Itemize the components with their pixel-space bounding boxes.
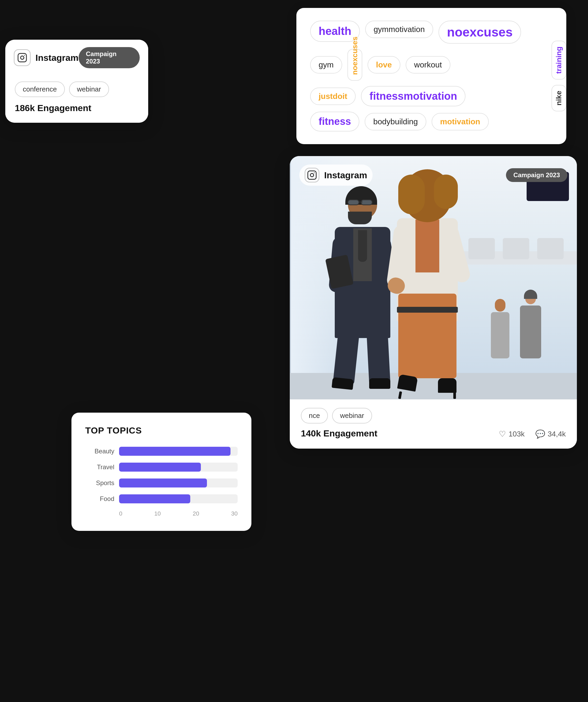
top-topics-card: TOP TOPICS Beauty Travel Sports Food [72, 413, 252, 531]
hashtag-gym[interactable]: gym [310, 56, 342, 74]
bg-person-1 [519, 291, 543, 376]
insta-title-left: Instagram [35, 52, 79, 63]
bar-label-travel: Travel [85, 463, 114, 471]
bar-label-food: Food [85, 495, 114, 502]
bg-person-2 [490, 299, 511, 373]
footer-left: nce webinar 140k Engagement [301, 408, 377, 439]
bar-track-beauty [119, 447, 237, 456]
likes-count: 103k [509, 430, 525, 438]
hashtag-nike-vertical[interactable]: nike [552, 85, 566, 111]
bar-fill-beauty [119, 447, 230, 456]
svg-rect-3 [308, 171, 316, 179]
hashtag-noexcuses[interactable]: noexcuses [438, 21, 521, 44]
instagram-card-left: Instagram Campaign 2023 [5, 40, 148, 123]
bar-track-food [119, 494, 237, 503]
instagram-icon-right [305, 168, 319, 183]
tag-webinar-right[interactable]: webinar [332, 408, 372, 424]
axis-30: 30 [231, 510, 237, 517]
bar-row-sports: Sports [85, 478, 237, 487]
insta-logo-left: Instagram [14, 49, 79, 66]
likes-stat: ♡ 103k [499, 429, 525, 439]
svg-point-5 [314, 172, 315, 173]
hashtag-justdoit[interactable]: love [368, 56, 400, 74]
tag-webinar-left[interactable]: webinar [69, 82, 109, 97]
insta-footer-right: nce webinar 140k Engagement ♡ 103k 💬 34,… [290, 399, 577, 449]
comment-icon: 💬 [535, 429, 545, 439]
hashtag-gymmotivation[interactable]: gymmotivation [365, 21, 433, 38]
walking-man [332, 188, 393, 383]
svg-point-2 [24, 55, 25, 56]
hashtag-love[interactable]: workout [406, 56, 451, 74]
campaign-badge-left: Campaign 2023 [79, 47, 140, 68]
tag-row-right: nce webinar [301, 408, 377, 424]
instagram-card-right: Instagram Campaign 2023 nce webinar 140k… [290, 156, 577, 449]
hashtag-cloud-card: health gymmotivation noexcuses training … [296, 8, 566, 144]
walking-woman [393, 177, 462, 389]
campaign-badge-right: Campaign 2023 [506, 168, 567, 182]
bar-track-sports [119, 478, 237, 487]
hashtag-noexcuses-vertical[interactable]: noexcuses [348, 49, 362, 81]
bar-row-beauty: Beauty [85, 447, 237, 456]
chart-title: TOP TOPICS [85, 425, 237, 436]
axis-0: 0 [119, 510, 122, 517]
comments-stat: 💬 34,4k [535, 429, 566, 439]
chart-axis: 0 10 20 30 [85, 510, 237, 517]
insta-logo-right: Instagram [299, 164, 373, 186]
hashtag-fitness-vertical[interactable]: training [552, 41, 566, 80]
hashtag-motivation[interactable]: motivation [431, 113, 489, 130]
insta-header-left: Instagram Campaign 2023 [5, 40, 148, 74]
insta-footer-left: conference webinar 186k Engagement [5, 74, 148, 123]
bar-track-travel [119, 463, 237, 472]
hashtag-workout[interactable]: justdoit [310, 88, 356, 105]
engagement-left: 186k Engagement [15, 103, 139, 113]
insta-header-right: Instagram Campaign 2023 [290, 156, 577, 194]
stats-row-right: ♡ 103k 💬 34,4k [499, 429, 566, 439]
bar-label-beauty: Beauty [85, 448, 114, 455]
hashtag-bodybuilding[interactable]: bodybuilding [365, 113, 426, 130]
bar-fill-food [119, 494, 190, 503]
bar-fill-travel [119, 463, 201, 472]
hashtag-fitnessmotivation[interactable]: fitnessmotivation [361, 86, 466, 106]
svg-point-1 [21, 56, 24, 60]
svg-rect-0 [18, 53, 26, 62]
tag-row-left: conference webinar [15, 82, 139, 97]
svg-point-4 [310, 173, 314, 177]
axis-20: 20 [193, 510, 199, 517]
bar-row-travel: Travel [85, 463, 237, 472]
bar-chart: Beauty Travel Sports Food [85, 447, 237, 503]
tag-nce[interactable]: nce [301, 408, 328, 424]
tag-conference[interactable]: conference [15, 82, 65, 97]
hashtag-training[interactable]: fitness [310, 112, 359, 131]
instagram-icon-left [14, 49, 31, 66]
bar-row-food: Food [85, 494, 237, 503]
office-image-right: Instagram Campaign 2023 [290, 156, 577, 399]
comments-count: 34,4k [548, 430, 566, 438]
insta-title-right: Instagram [324, 170, 367, 181]
engagement-right: 140k Engagement [301, 428, 377, 439]
bar-label-sports: Sports [85, 479, 114, 487]
heart-icon: ♡ [499, 429, 506, 439]
axis-10: 10 [154, 510, 161, 517]
bar-fill-sports [119, 478, 207, 487]
